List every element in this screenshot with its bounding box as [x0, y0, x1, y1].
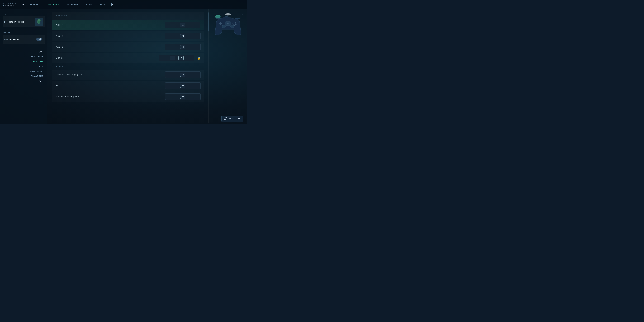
svg-point-27: [230, 25, 234, 28]
ability1-binding[interactable]: L1: [165, 22, 200, 28]
crosshair-svg: [182, 96, 184, 98]
svg-rect-1: [38, 22, 40, 23]
ultimate-binding[interactable]: L1 + R1: [159, 55, 194, 61]
plant-binding[interactable]: [165, 94, 200, 100]
controller-area: ×: [209, 9, 247, 124]
sidebar-item-advanced[interactable]: ADVANCED: [31, 74, 44, 78]
svg-rect-8: [38, 38, 38, 40]
reset-tab-button[interactable]: RESET TAB: [222, 116, 244, 122]
ability1-name: Ability 1: [56, 24, 165, 26]
tab-crosshair[interactable]: CROSSHAIR: [63, 0, 82, 9]
svg-rect-17: [235, 18, 240, 19]
abilities-section-title: ABILITIES: [56, 14, 200, 16]
main-layout: PROFILE Default Profile: [0, 9, 247, 124]
profile-row[interactable]: Default Profile: [2, 16, 45, 27]
plant-key: [180, 94, 186, 99]
svg-point-26: [222, 25, 226, 28]
lock-icon: 🔒: [197, 56, 200, 60]
ability3-row[interactable]: Ability 3: [52, 42, 204, 52]
preset-badge: R3: [4, 38, 8, 41]
plant-row[interactable]: Plant / Defuse / Equip Spike: [52, 92, 204, 102]
svg-text:PS: PS: [227, 23, 229, 24]
tab-controls[interactable]: CONTROLS: [44, 0, 62, 9]
plus-separator: +: [176, 57, 177, 59]
abilities-section-header: ABILITIES: [52, 12, 204, 20]
ability2-key: R1: [180, 34, 186, 38]
general-section-title: GENERAL: [52, 66, 204, 68]
options-menu-block: OPTIONS MENU ▶ SETTINGS: [3, 3, 18, 6]
reset-tab-label: RESET TAB: [228, 118, 241, 120]
preset-label: PRESET: [2, 32, 45, 34]
focus-row[interactable]: Focus / Sniper Scope (Hold) L2: [52, 70, 204, 80]
tab-stats[interactable]: STATS: [83, 0, 96, 9]
ultimate-row[interactable]: Ultimate L1 + R1 🔒: [52, 53, 204, 63]
plant-name: Plant / Defuse / Equip Spike: [56, 95, 165, 98]
arrow-icon: ▶: [3, 4, 5, 6]
svg-point-30: [225, 13, 231, 16]
fire-binding[interactable]: R2: [165, 82, 200, 89]
agent-avatar-svg: [36, 18, 42, 25]
profile-avatar: [34, 18, 43, 26]
settings-label: ▶ SETTINGS: [3, 4, 18, 6]
top-nav: OPTIONS MENU ▶ SETTINGS L1 GENERAL CONTR…: [0, 0, 247, 9]
tab-audio[interactable]: AUDIO: [97, 0, 110, 9]
focus-binding[interactable]: L2: [165, 72, 200, 78]
ability1-key: L1: [180, 23, 185, 27]
ability2-binding[interactable]: R1: [165, 33, 200, 39]
ability3-binding[interactable]: [165, 44, 200, 50]
svg-rect-20: [219, 23, 222, 24]
general-section-header: GENERAL: [52, 66, 204, 68]
sidebar: PROFILE Default Profile: [0, 9, 48, 124]
svg-point-4: [38, 22, 39, 22]
l2-badge: L2: [39, 50, 43, 53]
r2-badge: R2: [39, 80, 43, 84]
svg-point-3: [38, 19, 40, 21]
profile-section: PROFILE Default Profile: [0, 12, 47, 30]
ability1-row[interactable]: Ability 1 L1: [52, 20, 204, 30]
content-area: ABILITIES Ability 1 L1 Ability 2 R1: [48, 9, 209, 106]
r1-badge: R1: [112, 3, 115, 6]
profile-name: Default Profile: [4, 20, 24, 23]
ultimate-key1: L1: [170, 56, 175, 60]
crosshair-icon: [182, 96, 184, 98]
fire-name: Fire: [56, 84, 165, 87]
sidebar-item-movement[interactable]: MOVEMENT: [30, 69, 44, 74]
content-scroll-wrapper: ABILITIES Ability 1 L1 Ability 2 R1: [48, 9, 209, 124]
profile-label: PROFILE: [2, 14, 45, 15]
sidebar-nav: L2 OVERVIEW BUTTONS AIM MOVEMENT ADVANCE…: [0, 50, 47, 84]
fire-key: R2: [180, 84, 186, 88]
controller-diagram-wrapper: ×: [212, 12, 244, 39]
preset-name: R3 VALORANT: [4, 38, 21, 41]
ultimate-name: Ultimate: [56, 57, 159, 59]
ability2-row[interactable]: Ability 2 R1: [52, 31, 204, 41]
tab-general[interactable]: GENERAL: [27, 0, 43, 9]
preset-row[interactable]: R3 VALORANT: [2, 34, 45, 44]
ultimate-key2: R1: [178, 56, 184, 60]
l1-badge: L1: [21, 3, 25, 6]
gamepad-icon: [36, 37, 42, 42]
ability3-key: [180, 45, 186, 49]
ability2-name: Ability 2: [56, 35, 165, 37]
reset-arrow-svg: [225, 118, 227, 120]
svg-point-5: [39, 22, 40, 22]
preset-avatar: [35, 36, 43, 42]
fire-row[interactable]: Fire R2: [52, 80, 204, 91]
svg-rect-18: [216, 16, 220, 18]
focus-name: Focus / Sniper Scope (Hold): [56, 74, 165, 76]
page-wrapper: OPTIONS MENU ▶ SETTINGS L1 GENERAL CONTR…: [0, 0, 247, 124]
sidebar-item-overview[interactable]: OVERVIEW: [31, 55, 44, 59]
focus-key: L2: [180, 72, 186, 77]
circle-icon: [182, 46, 184, 48]
bottom-bar: RESET TAB: [218, 114, 247, 124]
preset-section: PRESET R3 VALORANT: [0, 32, 47, 46]
controller-icon-profile: [4, 20, 7, 23]
controller-svg: PS: [212, 12, 244, 38]
options-menu-label: OPTIONS MENU: [3, 3, 18, 4]
ability3-name: Ability 3: [56, 46, 165, 48]
sidebar-item-aim[interactable]: AIM: [39, 64, 44, 68]
sidebar-item-buttons[interactable]: BUTTONS: [32, 60, 44, 64]
reset-tab-icon: [224, 117, 227, 120]
